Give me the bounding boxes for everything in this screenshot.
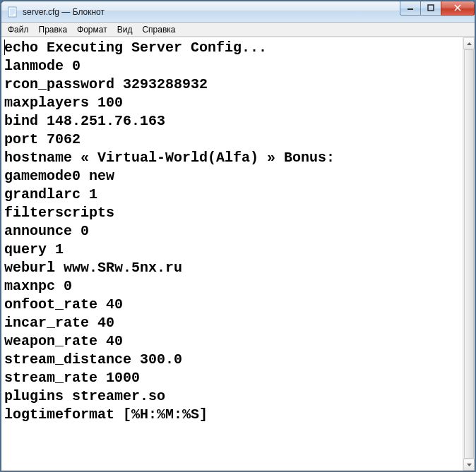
notepad-icon <box>7 6 18 18</box>
client-area: echo Executing Server Config... lanmode … <box>1 37 475 471</box>
scroll-thumb[interactable] <box>464 49 474 459</box>
scroll-up-button[interactable] <box>463 37 475 49</box>
chevron-down-icon <box>467 464 472 466</box>
menu-edit[interactable]: Правка <box>34 24 73 35</box>
window-title: server.cfg — Блокнот <box>23 7 400 17</box>
svg-rect-7 <box>428 5 434 11</box>
chevron-up-icon <box>467 42 472 45</box>
svg-marker-10 <box>467 42 472 45</box>
scroll-track[interactable] <box>463 49 475 459</box>
close-icon <box>453 4 462 11</box>
text-editor[interactable]: echo Executing Server Config... lanmode … <box>1 37 463 471</box>
text-caret <box>4 40 5 55</box>
vertical-scrollbar[interactable] <box>463 37 475 471</box>
menu-help[interactable]: Справка <box>137 24 180 35</box>
minimize-icon <box>407 4 414 11</box>
menu-file[interactable]: Файл <box>3 24 34 35</box>
app-window: server.cfg — Блокнот Файл Правка Формат … <box>1 1 475 471</box>
menubar: Файл Правка Формат Вид Справка <box>1 23 475 37</box>
close-button[interactable] <box>441 1 475 16</box>
maximize-icon <box>427 4 434 11</box>
menu-format[interactable]: Формат <box>72 24 112 35</box>
scroll-down-button[interactable] <box>463 459 475 471</box>
svg-marker-11 <box>467 464 472 466</box>
svg-rect-6 <box>407 8 413 10</box>
window-controls <box>400 1 475 16</box>
menu-view[interactable]: Вид <box>112 24 138 35</box>
minimize-button[interactable] <box>400 1 421 16</box>
maximize-button[interactable] <box>420 1 441 16</box>
titlebar[interactable]: server.cfg — Блокнот <box>1 1 475 23</box>
